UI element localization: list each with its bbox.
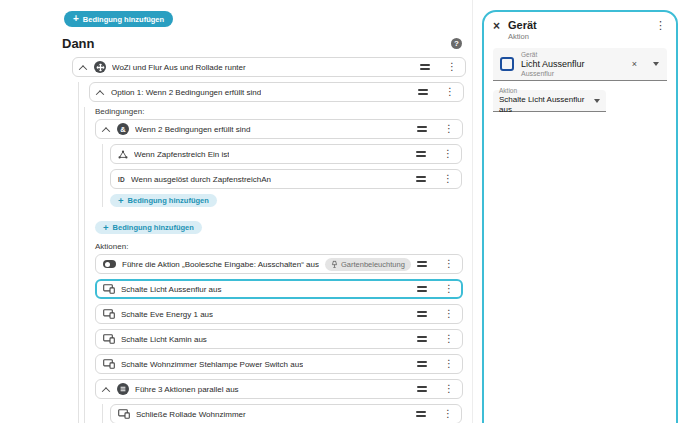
drag-handle-icon[interactable] xyxy=(416,173,426,185)
drag-handle-icon[interactable] xyxy=(416,148,426,160)
panel-subtitle: Aktion xyxy=(508,32,537,41)
drag-handle-icon[interactable] xyxy=(417,258,427,270)
row-label: Wenn Zapfenstreich Ein ist xyxy=(134,150,229,159)
row-label: Schalte Eve Energy 1 aus xyxy=(121,310,213,319)
help-icon[interactable]: ? xyxy=(451,38,462,49)
devices-icon xyxy=(103,309,115,319)
row-action-boolean[interactable]: Führe die Aktion „Boolesche Eingabe: Aus… xyxy=(95,254,463,274)
clear-icon[interactable]: × xyxy=(632,59,637,69)
add-condition-label: Bedingung hinzufügen xyxy=(128,196,209,205)
kebab-menu-icon[interactable]: ⋮ xyxy=(444,334,454,344)
kebab-menu-icon[interactable]: ⋮ xyxy=(443,149,453,159)
divider xyxy=(472,0,473,423)
row-label: WoZi und Flur Aus und Rollade runter xyxy=(112,63,246,72)
add-condition-button-top[interactable]: + Bedingung hinzufügen xyxy=(64,11,173,27)
panel-header: × Gerät Aktion ⋮ xyxy=(493,20,667,41)
entity-chip: Gartenbeleuchtung xyxy=(325,258,411,271)
drag-handle-icon[interactable] xyxy=(417,308,427,320)
automation-editor: + Bedingung hinzufügen Dann ? WoZi und F… xyxy=(0,0,690,423)
and-icon: & xyxy=(117,123,129,135)
kebab-menu-icon[interactable]: ⋮ xyxy=(444,309,454,319)
chevron-up-icon[interactable] xyxy=(79,65,87,73)
add-condition-button-outer[interactable]: + Bedingung hinzufügen xyxy=(95,221,202,234)
row-label: Führe die Aktion „Boolesche Eingabe: Aus… xyxy=(122,260,319,269)
lamp-icon xyxy=(331,260,338,269)
toggle-switch-icon xyxy=(103,260,116,268)
kebab-menu-icon[interactable]: ⋮ xyxy=(445,87,455,97)
chevron-up-icon[interactable] xyxy=(102,127,110,135)
indent-guide: Schließe Rollade Wohnzimmer ⋮ xyxy=(102,404,462,423)
device-field-value: Licht Aussenflur xyxy=(521,59,585,69)
device-box-icon xyxy=(500,57,514,71)
device-field-secondary: Aussenflur xyxy=(521,69,585,78)
device-picker-field[interactable]: Gerät Licht Aussenflur Aussenflur × xyxy=(493,48,667,81)
drag-handle-icon[interactable] xyxy=(416,408,426,420)
choose-icon xyxy=(94,61,106,73)
row-parallel-group[interactable]: Führe 3 Aktionen parallel aus ⋮ xyxy=(95,379,463,399)
row-label: Schalte Licht Aussenflur aus xyxy=(121,285,222,294)
kebab-menu-icon[interactable]: ⋮ xyxy=(444,259,454,269)
row-label: Option 1: Wenn 2 Bedingungen erfüllt sin… xyxy=(111,88,261,97)
drag-handle-icon[interactable] xyxy=(417,358,427,370)
row-action-eve-energy[interactable]: Schalte Eve Energy 1 aus ⋮ xyxy=(95,304,463,324)
indent-guide: Option 1: Wenn 2 Bedingungen erfüllt sin… xyxy=(78,82,464,423)
drag-handle-icon[interactable] xyxy=(417,383,427,395)
row-action-licht-kamin[interactable]: Schalte Licht Kamin aus ⋮ xyxy=(95,329,463,349)
drag-handle-icon[interactable] xyxy=(417,333,427,345)
conditions-heading: Bedingungen: xyxy=(95,107,463,116)
dropdown-caret-icon[interactable] xyxy=(594,99,600,103)
indent-guide: Wenn Zapfenstreich Ein ist ⋮ ID Wenn aus… xyxy=(102,144,462,207)
close-icon[interactable]: × xyxy=(493,20,500,32)
chevron-up-icon[interactable] xyxy=(96,90,104,98)
device-field-label: Gerät xyxy=(521,51,585,59)
add-condition-label: Bedingung hinzufügen xyxy=(83,15,164,24)
kebab-menu-icon[interactable]: ⋮ xyxy=(655,20,666,31)
drag-handle-icon[interactable] xyxy=(417,123,427,135)
row-action-licht-aussenflur[interactable]: Schalte Licht Aussenflur aus ⋮ xyxy=(95,279,463,299)
row-label: Wenn ausgelöst durch ZapfenstreichAn xyxy=(131,175,271,184)
kebab-menu-icon[interactable]: ⋮ xyxy=(444,359,454,369)
row-label: Schließe Rollade Wohnzimmer xyxy=(136,410,246,419)
indent-guide: Bedingungen: & Wenn 2 Bedingungen erfüll… xyxy=(84,107,463,423)
action-editor-panel: × Gerät Aktion ⋮ Gerät Licht Aussenflur … xyxy=(482,10,678,423)
plus-icon: + xyxy=(103,223,109,233)
devices-icon xyxy=(103,334,115,344)
action-field-label: Aktion xyxy=(499,87,594,95)
devices-icon xyxy=(103,284,115,294)
identifier-icon: ID xyxy=(118,176,125,183)
kebab-menu-icon[interactable]: ⋮ xyxy=(444,124,454,134)
row-label: Schalte Wohnzimmer Stehlampe Power Switc… xyxy=(121,360,303,369)
row-action-rollade[interactable]: Schließe Rollade Wohnzimmer ⋮ xyxy=(110,404,462,423)
drag-handle-icon[interactable] xyxy=(420,61,430,73)
row-label: Schalte Licht Kamin aus xyxy=(121,335,207,344)
kebab-menu-icon[interactable]: ⋮ xyxy=(444,384,454,394)
kebab-menu-icon[interactable]: ⋮ xyxy=(444,284,454,294)
action-select-field[interactable]: Aktion Schalte Licht Aussenflur aus xyxy=(493,90,606,112)
state-icon xyxy=(118,150,128,159)
row-choose-root[interactable]: WoZi und Flur Aus und Rollade runter ⋮ xyxy=(72,57,466,77)
dropdown-caret-icon[interactable] xyxy=(653,62,659,66)
drag-handle-icon[interactable] xyxy=(418,86,428,98)
add-condition-button-inner[interactable]: + Bedingung hinzufügen xyxy=(110,194,217,207)
row-condition-state[interactable]: Wenn Zapfenstreich Ein ist ⋮ xyxy=(110,144,462,164)
kebab-menu-icon[interactable]: ⋮ xyxy=(443,409,453,419)
action-tree: WoZi und Flur Aus und Rollade runter ⋮ O… xyxy=(72,57,466,423)
plus-icon: + xyxy=(118,196,124,206)
kebab-menu-icon[interactable]: ⋮ xyxy=(447,62,457,72)
automation-sequence-column: + Bedingung hinzufügen Dann ? WoZi und F… xyxy=(62,8,466,423)
then-header: Dann ? xyxy=(62,36,466,50)
action-field-value: Schalte Licht Aussenflur aus xyxy=(499,95,594,115)
row-action-stehlampe[interactable]: Schalte Wohnzimmer Stehlampe Power Switc… xyxy=(95,354,463,374)
row-condition-trigger-id[interactable]: ID Wenn ausgelöst durch ZapfenstreichAn … xyxy=(110,169,462,189)
row-condition-group[interactable]: & Wenn 2 Bedingungen erfüllt sind ⋮ xyxy=(95,119,463,139)
actions-heading: Aktionen: xyxy=(95,242,463,251)
row-label: Wenn 2 Bedingungen erfüllt sind xyxy=(135,125,251,134)
devices-icon xyxy=(103,359,115,369)
drag-handle-icon[interactable] xyxy=(417,283,427,295)
devices-icon xyxy=(118,409,130,419)
panel-title: Gerät xyxy=(508,19,537,31)
chevron-up-icon[interactable] xyxy=(102,387,110,395)
kebab-menu-icon[interactable]: ⋮ xyxy=(443,174,453,184)
parallel-icon xyxy=(117,383,129,395)
row-option-1[interactable]: Option 1: Wenn 2 Bedingungen erfüllt sin… xyxy=(89,82,464,102)
